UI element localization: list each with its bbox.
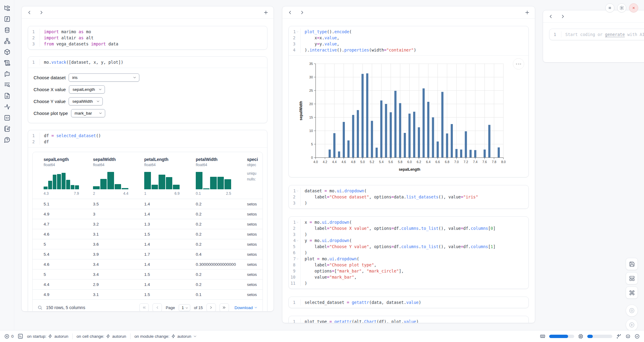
table-row[interactable]: 5.43.91.70.4setos: [33, 249, 263, 259]
layout-grid-button[interactable]: [626, 272, 638, 284]
row-count-summary: 150 rows, 5 columns: [46, 305, 85, 310]
function-square-icon[interactable]: [4, 16, 10, 22]
svg-text:20: 20: [309, 102, 313, 106]
chart-options-button[interactable]: [513, 58, 524, 69]
code-cell[interactable]: 1plot_type = getattr(alt.Chart(df), plot…: [288, 316, 529, 323]
fold-chevron-icon[interactable]: [296, 239, 299, 242]
code-editor[interactable]: 1x = mo.ui.dropdown(2 label="Choose X va…: [289, 217, 528, 289]
table-row[interactable]: 4.63.11.50.2setos: [33, 229, 263, 239]
sparkles-icon[interactable]: [616, 334, 621, 339]
notebook-column-left: 1import marimo as mo2import altair as al…: [21, 6, 274, 312]
code-square-icon[interactable]: [4, 115, 10, 121]
line-number: 2: [28, 35, 40, 41]
chevron-right-icon[interactable]: [560, 14, 566, 19]
page-select[interactable]: 1: [179, 304, 190, 311]
gear-button[interactable]: [617, 3, 626, 12]
dropdown-select[interactable]: sepalWidth: [69, 97, 103, 105]
dropdown-select[interactable]: sepalLength: [69, 85, 105, 94]
empty-code-cell[interactable]: 1 Start coding or generate with AI: [549, 29, 644, 40]
on-cell-change-setting[interactable]: on cell change: autorun: [77, 334, 126, 339]
code-editor[interactable]: 1df = selected_dataset()2df: [28, 130, 267, 147]
altair-bar-chart[interactable]: 051015202530354.04.24.44.64.85.05.25.45.…: [289, 56, 528, 177]
list-search-icon[interactable]: [4, 82, 10, 88]
code-cell[interactable]: 1mo.vstack([dataset, x, y, plot])Choose …: [28, 56, 267, 123]
file-text-icon[interactable]: [4, 93, 10, 99]
code-cell[interactable]: 1df = selected_dataset()2dfsepalLengthfl…: [28, 130, 267, 312]
table-row[interactable]: 4.42.91.40.2setos: [33, 279, 263, 289]
error-indicator[interactable]: 0: [4, 334, 14, 339]
chevron-right-icon[interactable]: [299, 10, 305, 15]
table-cell: 5.1: [33, 202, 82, 206]
copilot-icon[interactable]: [625, 334, 631, 339]
prev-page-button[interactable]: [152, 303, 162, 312]
table-cell: setos: [236, 202, 263, 206]
play-circle-button[interactable]: [626, 319, 638, 331]
dropdown-select[interactable]: iris: [69, 73, 139, 82]
workflow-icon[interactable]: [4, 38, 10, 44]
save-button[interactable]: [626, 258, 638, 270]
table-cell: 1.4: [133, 202, 185, 206]
svg-text:6.6: 6.6: [435, 160, 440, 164]
code-editor[interactable]: 1mo.vstack([dataset, x, y, plot]): [28, 57, 267, 68]
code-editor[interactable]: 1selected_dataset = getattr(data, datase…: [289, 297, 528, 308]
column-header[interactable]: sepalWidthfloat6424.4: [82, 157, 133, 196]
stop-circle-button[interactable]: [626, 305, 638, 317]
code-editor[interactable]: 1dataset = mo.ui.dropdown(2 label="Choos…: [289, 185, 528, 208]
column-header[interactable]: petalLengthfloat6416.9: [133, 157, 185, 196]
package-icon[interactable]: [4, 49, 10, 55]
table-row[interactable]: 5.13.51.40.2setos: [33, 199, 263, 209]
dropdown-select[interactable]: mark_bar: [71, 109, 105, 117]
chevron-left-icon[interactable]: [27, 10, 32, 15]
code-editor[interactable]: 1import marimo as mo2import altair as al…: [28, 26, 267, 49]
last-page-button[interactable]: [220, 303, 229, 312]
notebook-pen-icon[interactable]: [4, 126, 10, 132]
column-header[interactable]: petalWidthfloat640.12.5: [185, 157, 236, 196]
editor-placeholder[interactable]: Start coding or generate with AI: [561, 31, 644, 37]
chevron-left-icon[interactable]: [548, 14, 553, 19]
code-editor[interactable]: 1plot_type = getattr(alt.Chart(df), plot…: [289, 316, 528, 323]
scroll-text-icon[interactable]: [4, 60, 10, 66]
column-header[interactable]: sepalLengthfloat644.37.9: [33, 157, 82, 196]
code-cell[interactable]: 1import marimo as mo2import altair as al…: [28, 26, 267, 50]
on-startup-setting[interactable]: on startup: autorun: [27, 334, 69, 339]
check-circle-icon[interactable]: [635, 334, 640, 339]
table-row[interactable]: 53.41.50.2setos: [33, 269, 263, 279]
table-row[interactable]: 4.93.11.50.1setos: [33, 289, 263, 299]
fold-chevron-icon[interactable]: [296, 30, 299, 33]
table-row[interactable]: 4.73.21.30.2setos: [33, 219, 263, 229]
first-page-button[interactable]: [139, 303, 149, 312]
activity-icon[interactable]: [4, 104, 10, 110]
code-cell[interactable]: 1dataset = mo.ui.dropdown(2 label="Choos…: [288, 185, 529, 209]
add-cell-icon[interactable]: [263, 10, 269, 15]
search-icon[interactable]: [38, 305, 42, 310]
fold-chevron-icon[interactable]: [296, 258, 299, 260]
on-module-change-setting[interactable]: on module change: autorun: [134, 334, 197, 339]
column-header[interactable]: speciobjecuniqunulls:: [236, 157, 263, 196]
chevron-left-icon[interactable]: [287, 10, 293, 15]
menu-button[interactable]: [605, 3, 614, 12]
fold-chevron-icon[interactable]: [296, 190, 299, 192]
line-number: 1: [28, 29, 40, 35]
bot-message-icon[interactable]: [4, 71, 10, 77]
add-cell-icon[interactable]: [524, 10, 530, 15]
help-circle-icon[interactable]: [4, 137, 10, 143]
next-page-button[interactable]: [206, 303, 216, 312]
code-cell[interactable]: 1x = mo.ui.dropdown(2 label="Choose X va…: [288, 216, 529, 289]
database-icon[interactable]: [4, 27, 10, 33]
file-tree-icon[interactable]: [4, 5, 10, 11]
code-cell[interactable]: 1plot_type().encode(2 x=x.value,3 y=y.va…: [288, 26, 529, 177]
table-row[interactable]: 4.931.40.2setos: [33, 209, 263, 219]
download-button[interactable]: Download: [234, 305, 258, 310]
command-button[interactable]: [626, 287, 638, 299]
chevron-down-icon: [98, 87, 102, 91]
generate-link[interactable]: generate: [605, 32, 625, 37]
code-editor[interactable]: 1plot_type().encode(2 x=x.value,3 y=y.va…: [289, 26, 528, 55]
terminal-icon[interactable]: [18, 333, 23, 339]
code-cell[interactable]: 1selected_dataset = getattr(data, datase…: [288, 297, 529, 308]
table-cell: 3.4: [82, 262, 133, 267]
table-row[interactable]: 4.63.41.40.30000000000000004setos: [33, 259, 263, 269]
table-row[interactable]: 53.61.40.2setos: [33, 239, 263, 249]
chevron-right-icon[interactable]: [39, 10, 44, 15]
fold-chevron-icon[interactable]: [296, 221, 299, 224]
close-button[interactable]: [629, 3, 638, 12]
